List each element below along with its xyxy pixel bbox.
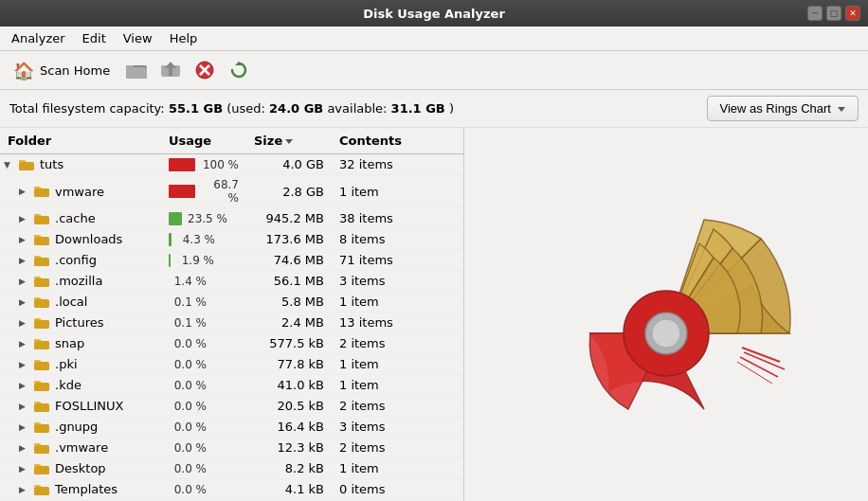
expand-arrow-icon[interactable]: ▶ [19,297,32,307]
expand-arrow-icon[interactable]: ▶ [19,235,32,244]
expand-arrow-icon[interactable]: ▶ [19,318,32,328]
folder-name: .gnupg [55,420,98,434]
menu-edit[interactable]: Edit [75,28,114,48]
usage-cell: 1.4 % [161,274,246,289]
folder-name-cell: ▶ vmware [0,184,161,200]
contents-cell: 3 items [332,419,463,435]
table-row[interactable]: ▶ .mozilla1.4 %56.1 MB3 items [0,271,463,292]
usage-cell: 4.3 % [161,232,246,247]
usage-cell: 0.0 % [161,357,246,372]
size-cell: 41.0 kB [246,377,332,393]
expand-arrow-icon[interactable]: ▶ [19,277,32,286]
table-row[interactable]: ▶ FOSLLINUX0.0 %20.5 kB2 items [0,396,463,417]
expand-arrow-icon[interactable]: ▶ [19,464,32,474]
expand-arrow-icon[interactable]: ▶ [19,256,32,265]
table-row[interactable]: ▶ vmware68.7 %2.8 GB1 item [0,175,463,208]
usage-percent: 0.0 % [169,483,207,496]
svg-rect-2 [126,67,147,79]
scan-up-button[interactable] [155,55,186,85]
menubar: Analyzer Edit View Help [0,27,868,51]
size-cell: 56.1 MB [246,273,332,289]
expand-arrow-icon[interactable]: ▶ [19,187,32,196]
contents-cell: 1 item [332,184,463,200]
menu-help[interactable]: Help [162,28,206,48]
table-row[interactable]: ▶ Pictures0.1 %2.4 MB13 items [0,313,463,333]
available-value: 31.1 GB [391,101,445,116]
up-icon [161,61,180,80]
expand-arrow-icon[interactable]: ▶ [19,381,32,390]
usage-cell: 23.5 % [161,211,246,226]
size-cell: 5.8 MB [246,294,332,310]
table-row[interactable]: ▶ .kde0.0 %41.0 kB1 item [0,375,463,396]
table-row[interactable]: ▶ .pki0.0 %77.8 kB1 item [0,354,463,375]
svg-rect-5 [169,68,172,76]
svg-point-31 [652,319,680,348]
usage-cell: 0.0 % [161,420,246,435]
size-cell: 16.4 kB [246,419,332,435]
folder-icon [34,337,49,350]
size-cell: 8.2 kB [246,460,332,476]
expand-arrow-icon[interactable]: ▶ [19,422,32,432]
svg-rect-14 [34,216,49,224]
contents-cell: 38 items [332,210,463,226]
expand-arrow-icon[interactable]: ▶ [19,214,32,224]
table-row[interactable]: ▶ .local0.1 %5.8 MB1 item [0,292,463,313]
scan-folder-button[interactable] [121,55,152,85]
table-row[interactable]: ▶ .vmware0.0 %12.3 kB2 items [0,438,463,458]
table-row[interactable]: ▶ .gnupg0.0 %16.4 kB3 items [0,417,463,438]
usage-percent: 23.5 % [188,212,227,225]
table-row[interactable]: ▶ .cache23.5 %945.2 MB38 items [0,208,463,229]
table-row[interactable]: ▶ .config1.9 %74.6 MB71 items [0,250,463,271]
expand-arrow-icon[interactable]: ▶ [19,339,32,349]
refresh-button[interactable] [224,55,254,85]
col-size[interactable]: Size [246,132,332,150]
close-button[interactable]: ✕ [845,6,860,21]
usage-percent: 4.3 % [177,233,215,246]
menu-view[interactable]: View [116,28,160,48]
folder-icon [34,295,49,309]
expand-arrow-icon[interactable]: ▶ [19,485,32,494]
table-row[interactable]: ▶ snap0.0 %577.5 kB2 items [0,333,463,354]
usage-cell: 0.0 % [161,378,246,393]
home-icon: 🏠 [13,61,34,81]
expand-arrow-icon[interactable]: ▶ [19,402,32,411]
folder-name-cell: ▶ Pictures [0,314,161,331]
table-row[interactable]: ▶ Templates0.0 %4.1 kB0 items [0,479,463,500]
expand-arrow-icon[interactable]: ▼ [4,160,17,170]
menu-analyzer[interactable]: Analyzer [4,28,73,48]
usage-cell: 0.0 % [161,399,246,414]
folder-name: .config [55,253,97,267]
usage-cell: 100 % [161,157,246,172]
table-row[interactable]: ▼ tuts100 %4.0 GB32 items [0,154,463,175]
folder-name-cell: ▼ tuts [0,156,161,172]
size-cell: 173.6 MB [246,231,332,247]
maximize-button[interactable]: □ [826,6,841,21]
size-cell: 12.3 kB [246,439,332,456]
available-label: available: [327,101,390,116]
folder-icon [34,358,49,371]
expand-arrow-icon[interactable]: ▶ [19,443,32,453]
contents-cell: 1 item [332,460,463,476]
usage-percent: 0.0 % [169,379,207,392]
expand-arrow-icon[interactable]: ▶ [19,360,32,369]
contents-cell: 0 items [332,481,463,497]
contents-cell: 2 items [332,398,463,414]
svg-rect-23 [34,403,49,412]
minimize-button[interactable]: ─ [807,6,823,21]
usage-percent: 0.1 % [169,295,207,309]
usage-bar [169,158,195,171]
usage-percent: 0.0 % [169,420,207,434]
folder-icon [34,316,49,330]
scan-home-button[interactable]: 🏠 Scan Home [6,57,118,84]
table-row[interactable]: ▶ Downloads4.3 %173.6 MB8 items [0,229,463,250]
table-row[interactable]: ▶ Desktop0.0 %8.2 kB1 item [0,458,463,479]
stop-button[interactable] [190,55,220,85]
svg-rect-16 [34,258,49,266]
col-folder: Folder [0,132,161,150]
view-as-rings-button[interactable]: View as Rings Chart [707,96,859,121]
col-usage[interactable]: Usage [161,132,246,150]
folder-name-cell: ▶ .config [0,252,161,268]
svg-rect-21 [34,362,49,370]
usage-cell: 0.0 % [161,482,246,497]
filelist-rows[interactable]: ▼ tuts100 %4.0 GB32 items▶ vmware68.7 %2… [0,154,463,501]
